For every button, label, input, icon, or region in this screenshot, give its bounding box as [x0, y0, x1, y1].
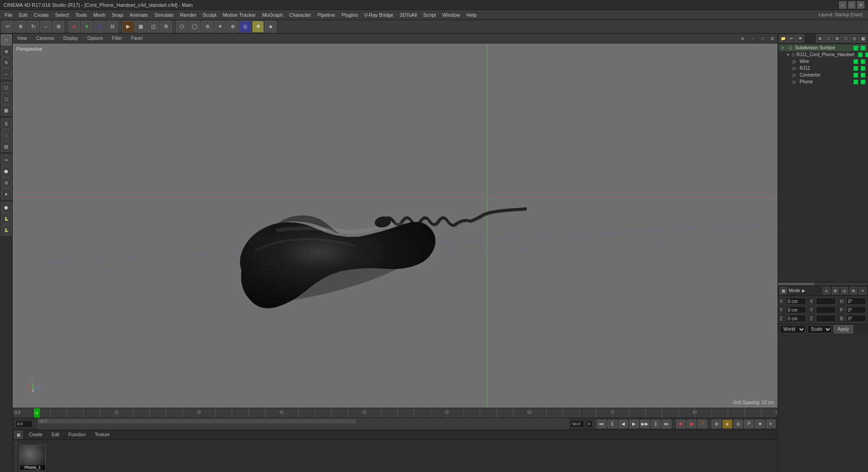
mode-tool4[interactable]: ⊕: [850, 287, 857, 294]
coord-x-size[interactable]: [816, 298, 836, 305]
material-texture-menu[interactable]: Texture: [92, 432, 113, 438]
mode-icon[interactable]: ▦: [780, 287, 787, 294]
paint-tool[interactable]: ⬟: [1, 202, 12, 213]
menu-snap[interactable]: Snap: [109, 11, 126, 19]
deformer-button[interactable]: ⊕: [227, 21, 238, 33]
render-to-po-button[interactable]: ◫: [148, 21, 159, 33]
coord-y-size[interactable]: [816, 306, 836, 313]
tree-item-subdivision[interactable]: ▼ ⬡ Subdivision Surface: [779, 44, 867, 51]
current-frame-display[interactable]: 0 F: [15, 420, 33, 428]
keyframe-type-button[interactable]: ◈: [722, 419, 732, 429]
rotate-tool[interactable]: ↻: [1, 57, 12, 68]
menu-mesh[interactable]: Mesh: [91, 11, 108, 19]
menu-script[interactable]: Script: [420, 11, 439, 19]
menu-motiontracker[interactable]: Motion Tracker: [220, 11, 258, 19]
knife-tool[interactable]: ✂: [1, 154, 12, 165]
edge-mode-tool[interactable]: ◻: [1, 93, 12, 104]
menu-render[interactable]: Render: [177, 11, 199, 19]
generator-button[interactable]: ✦: [214, 21, 226, 33]
viewport-view-menu[interactable]: View: [14, 35, 30, 41]
rect-sel-tool[interactable]: ▤: [1, 141, 12, 152]
rp-icon6[interactable]: ▦: [859, 34, 867, 43]
coord-z-size[interactable]: [816, 315, 836, 322]
tree-item-rj11group[interactable]: ▼ □ RJ11_Cord_Phone_Handset: [779, 51, 867, 58]
menu-pipeline[interactable]: Pipeline: [315, 11, 338, 19]
viewport-options-menu[interactable]: Options: [85, 35, 105, 41]
prev-frame-button[interactable]: ◀: [618, 419, 628, 429]
mode-tool5[interactable]: ≡: [859, 287, 866, 294]
extrude-tool[interactable]: ⊘: [1, 177, 12, 188]
material-function-menu[interactable]: Function: [66, 432, 88, 438]
go-to-end-button[interactable]: ⏭: [662, 419, 672, 429]
viewport-expand-icon[interactable]: ⊕: [739, 35, 746, 42]
poly-button[interactable]: ⬡: [176, 21, 188, 33]
go-to-prev-button[interactable]: ⟪: [607, 419, 617, 429]
tree-item-phone[interactable]: ▷ Phone: [779, 78, 867, 85]
viewport-lock-icon[interactable]: ⊞: [769, 35, 776, 42]
menu-character[interactable]: Character: [286, 11, 314, 19]
rp-icon5[interactable]: ◎: [850, 34, 858, 43]
bevel-tool[interactable]: ♦: [1, 188, 12, 199]
light-button[interactable]: ✱: [252, 21, 264, 33]
material-panel-icon[interactable]: ▦: [14, 431, 23, 439]
scale-mode-select[interactable]: Scale Size: [807, 325, 832, 333]
viewport-camera-icon[interactable]: ↔: [749, 35, 756, 42]
keyframe-mode-button[interactable]: ◎: [733, 419, 743, 429]
coord-x-pos[interactable]: 0 cm: [786, 298, 806, 305]
tree-item-wire[interactable]: ▷ Wire: [779, 58, 867, 65]
frame-scrubber[interactable]: 90 F: [38, 418, 569, 429]
add-keyframe-button[interactable]: ⊕: [711, 419, 721, 429]
menu-3dtoall[interactable]: 3DToAll: [397, 11, 420, 19]
spline-button[interactable]: ⊚: [201, 21, 213, 33]
go-to-start-button[interactable]: ⏮: [596, 419, 606, 429]
menu-vray[interactable]: V-Ray Bridge: [362, 11, 396, 19]
render-button[interactable]: ▶: [122, 21, 134, 33]
timeline-ruler[interactable]: 0 0102030405060708090: [33, 408, 777, 418]
scale-tool[interactable]: ↔: [1, 68, 12, 79]
coord-p-val[interactable]: 0°: [846, 306, 866, 313]
autokey-button[interactable]: ★: [755, 419, 765, 429]
circle-sel-tool[interactable]: ◌: [1, 130, 12, 140]
tree-item-connector[interactable]: ▷ Connector: [779, 72, 867, 78]
rp-icon3[interactable]: ⊞: [833, 34, 841, 43]
rp-icon2[interactable]: □: [825, 34, 833, 43]
move-button[interactable]: ↔: [40, 21, 52, 33]
menu-plugins[interactable]: Plugins: [339, 11, 360, 19]
point-mode-tool[interactable]: ▦: [1, 105, 12, 116]
minimize-button[interactable]: ─: [839, 1, 846, 9]
rp-file-btn[interactable]: 📁: [779, 34, 787, 43]
coord-y-pos[interactable]: 0 cm: [786, 306, 806, 313]
viewport-display-menu[interactable]: Display: [61, 35, 81, 41]
python2-tool[interactable]: 🐍: [1, 225, 12, 236]
menu-window[interactable]: Window: [439, 11, 463, 19]
play-button[interactable]: ▶: [629, 419, 639, 429]
menu-simulate[interactable]: Simulate: [152, 11, 176, 19]
rp-edit-btn[interactable]: ✏: [787, 34, 796, 43]
viewport-panel-menu[interactable]: Panel: [129, 35, 146, 41]
view-tool[interactable]: S: [1, 118, 12, 129]
record-button[interactable]: ⏺: [676, 419, 686, 429]
material-create-menu[interactable]: Create: [26, 432, 45, 438]
rotate-button[interactable]: ↻: [27, 21, 39, 33]
select-tool[interactable]: □: [1, 34, 12, 45]
new-object-button[interactable]: ⊕: [14, 21, 26, 33]
render-settings-button[interactable]: ⚙: [160, 21, 172, 33]
lock-button[interactable]: ⊟: [106, 21, 118, 33]
mode-arrow[interactable]: ▶: [802, 288, 806, 293]
play-forward-button[interactable]: ▶▶: [640, 419, 650, 429]
rp-icon4[interactable]: ⬡: [842, 34, 850, 43]
material-edit-menu[interactable]: Edit: [49, 432, 62, 438]
camera-button[interactable]: ◎: [239, 21, 251, 33]
mode-tool1[interactable]: A: [823, 287, 830, 294]
tree-item-rj11[interactable]: ▷ RJ11: [779, 65, 867, 72]
object-tree-scrollbar[interactable]: [778, 282, 868, 285]
menu-tools[interactable]: Tools: [72, 11, 90, 19]
render-region-button[interactable]: ▦: [135, 21, 147, 33]
viewport[interactable]: Perspective Grid Spacing: 10 cm: [13, 43, 777, 408]
coord-b-val[interactable]: 0°: [846, 315, 866, 322]
mode-tool2[interactable]: ⊞: [832, 287, 839, 294]
menu-select[interactable]: Select: [52, 11, 72, 19]
end-frame-display[interactable]: 90 F: [571, 420, 584, 428]
menu-create[interactable]: Create: [31, 11, 52, 19]
axis-y-button[interactable]: Y: [81, 21, 93, 33]
